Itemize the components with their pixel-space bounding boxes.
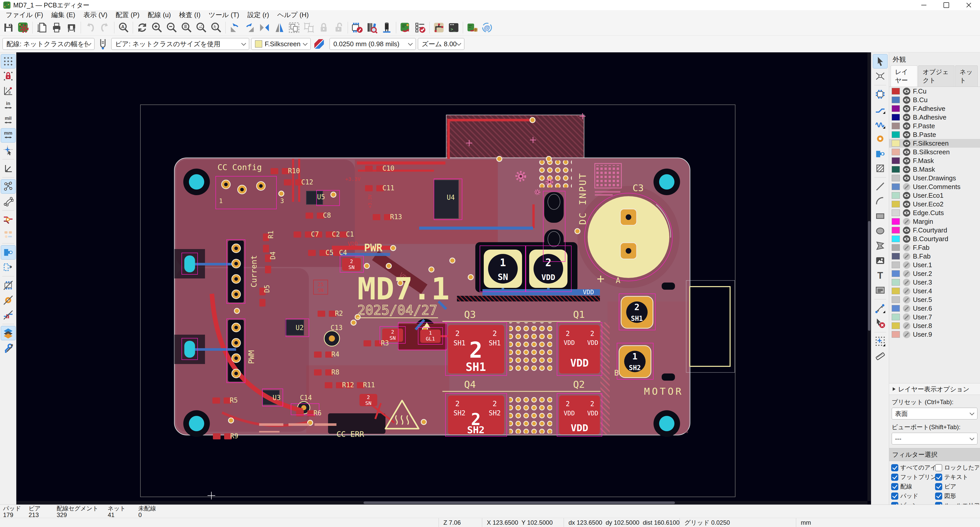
tab-layers[interactable]: レイヤー [891, 65, 918, 86]
visibility-eye-icon[interactable] [903, 105, 910, 112]
layer-color-swatch[interactable] [892, 105, 900, 112]
layer-color-swatch[interactable] [892, 331, 900, 338]
layer-row[interactable]: User.3 [889, 278, 980, 287]
visibility-eye-icon[interactable] [903, 183, 910, 190]
drc-button[interactable] [413, 21, 428, 35]
menu-place[interactable]: 配置 (P) [111, 10, 144, 19]
visibility-eye-icon[interactable] [903, 149, 910, 156]
menu-file[interactable]: ファイル (F) [2, 10, 47, 19]
visibility-eye-icon[interactable] [903, 218, 910, 225]
draw-polygon-tool[interactable] [873, 239, 888, 253]
add-zone-tool[interactable] [873, 146, 888, 161]
checkbox[interactable] [891, 474, 898, 481]
layer-color-swatch[interactable] [892, 114, 900, 121]
layer-row[interactable]: B.Courtyard [889, 235, 980, 243]
track-width-select[interactable]: 配線: ネットクラスの幅を使用 [3, 38, 94, 50]
visibility-eye-icon[interactable] [903, 287, 910, 295]
add-text-tool[interactable]: T [873, 268, 888, 283]
visibility-eye-icon[interactable] [903, 166, 910, 173]
track-clearance-toggle[interactable] [1, 212, 16, 227]
find-button[interactable]: A [116, 21, 131, 35]
visibility-eye-icon[interactable] [903, 261, 910, 269]
pad-clearance-toggle[interactable] [1, 227, 16, 241]
layer-color-swatch[interactable] [892, 218, 900, 225]
filter-pads[interactable]: パッド [891, 492, 935, 500]
redo-button[interactable] [97, 21, 112, 35]
layer-color-swatch[interactable] [892, 253, 900, 260]
horizontal-scrollbar[interactable] [16, 501, 867, 505]
pcb-board[interactable]: VDD VDD [174, 113, 735, 440]
ungroup-button[interactable] [301, 21, 316, 35]
layer-row[interactable]: B.Adhesive [889, 113, 980, 121]
visibility-eye-icon[interactable] [903, 305, 910, 312]
tab-nets[interactable]: ネット [955, 65, 978, 86]
layer-row[interactable]: F.Courtyard [889, 226, 980, 235]
layer-row[interactable]: User.Drawings [889, 174, 980, 182]
hv45-mode-toggle[interactable] [1, 161, 16, 176]
preset-select[interactable]: 表面 [892, 408, 977, 420]
add-footprint-tool[interactable] [873, 87, 888, 101]
filter-vias[interactable]: ビア [935, 482, 979, 490]
viewport-select[interactable]: --- [892, 433, 977, 444]
visibility-eye-icon[interactable] [903, 192, 910, 199]
layer-color-swatch[interactable] [892, 314, 900, 320]
units-mil-button[interactable]: mil [1, 113, 16, 128]
menu-tools[interactable]: ツール (T) [204, 10, 243, 19]
add-textbox-tool[interactable] [873, 283, 888, 297]
layer-pair-button[interactable] [312, 37, 326, 51]
layer-color-swatch[interactable] [892, 201, 900, 208]
layer-row[interactable]: User.Comments [889, 182, 980, 191]
layer-row[interactable]: Edge.Cuts [889, 208, 980, 217]
units-inch-button[interactable]: in [1, 99, 16, 113]
layer-row[interactable]: User.7 [889, 313, 980, 321]
high-contrast-toggle[interactable] [1, 326, 16, 340]
filter-text[interactable]: テキスト [935, 473, 979, 481]
layer-color-swatch[interactable] [892, 88, 900, 94]
via-size-select[interactable]: ビア: ネットクラスのサイズを使用 [111, 38, 249, 50]
layer-row[interactable]: User.1 [889, 260, 980, 269]
route-track-tool[interactable] [873, 102, 888, 116]
group-button[interactable] [287, 21, 301, 35]
layer-display-options[interactable]: レイヤー表示オプション [889, 383, 980, 395]
layer-row[interactable]: User.6 [889, 304, 980, 313]
layer-row[interactable]: B.Mask [889, 165, 980, 174]
layer-color-swatch[interactable] [892, 305, 900, 311]
footprint-editor-button[interactable] [350, 21, 364, 35]
minimize-button[interactable] [913, 0, 935, 10]
layer-row[interactable]: User.8 [889, 321, 980, 330]
visibility-eye-icon[interactable] [903, 279, 910, 286]
layer-row[interactable]: Margin [889, 217, 980, 226]
layer-row[interactable]: F.Fab [889, 243, 980, 252]
checkbox[interactable] [891, 492, 898, 500]
plot-button[interactable] [64, 21, 79, 35]
polar-coords-toggle[interactable]: rθ [1, 84, 16, 98]
add-image-tool[interactable] [873, 254, 888, 268]
layer-color-swatch[interactable] [892, 323, 900, 329]
grid-select[interactable]: 0.0250 mm (0.98 mils) [329, 38, 416, 50]
visibility-eye-icon[interactable] [903, 331, 910, 338]
interactive-tools-button[interactable] [1, 341, 16, 355]
api-docs-button[interactable]: @ [480, 21, 495, 35]
layer-row[interactable]: User.4 [889, 287, 980, 295]
layer-row[interactable]: User.9 [889, 330, 980, 339]
visibility-eye-icon[interactable] [903, 88, 910, 95]
layer-row[interactable]: F.Mask [889, 157, 980, 165]
filter-all-items[interactable]: すべてのアイテム [891, 464, 935, 471]
grid-toggle[interactable] [1, 54, 16, 69]
visibility-eye-icon[interactable] [903, 322, 910, 329]
crosshair-cursor-toggle[interactable] [1, 143, 16, 157]
curved-ratsnest-toggle[interactable] [1, 194, 16, 208]
zoom-fit-page-button[interactable] [179, 21, 194, 35]
layer-row[interactable]: B.Paste [889, 130, 980, 139]
unlock-button[interactable] [331, 21, 346, 35]
layer-color-swatch[interactable] [892, 131, 900, 138]
visibility-eye-icon[interactable] [903, 313, 910, 321]
checkbox[interactable] [935, 474, 942, 481]
filter-tracks[interactable]: 配線 [891, 482, 935, 490]
visibility-eye-icon[interactable] [903, 296, 910, 303]
zone-outline-mode-button[interactable] [1, 260, 16, 275]
draw-rect-tool[interactable] [873, 209, 888, 223]
scripting-console-button[interactable]: >_ [446, 21, 461, 35]
layer-row[interactable]: F.Adhesive [889, 104, 980, 113]
layer-row[interactable]: User.Eco2 [889, 200, 980, 208]
